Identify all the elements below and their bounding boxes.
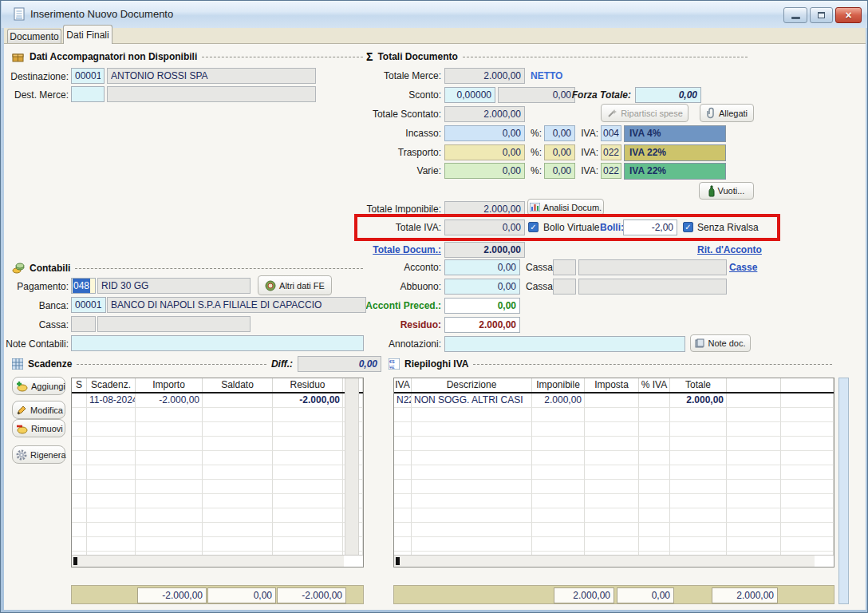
trasporto-iva-badge: IVA 22% (624, 144, 726, 161)
varie-iva-code-field[interactable] (601, 163, 621, 179)
empty-cell (72, 437, 87, 451)
pagamento-code-field[interactable]: 048 (71, 278, 96, 294)
bollo-virtuale-checkbox[interactable]: ✓ (528, 222, 539, 232)
tab-documento[interactable]: Documento (7, 29, 61, 44)
ripartisci-spese-button[interactable]: Ripartisci spese (601, 104, 688, 122)
riepiloghi-vertical-scrollbar[interactable] (838, 378, 849, 604)
trasporto-field[interactable] (444, 144, 525, 160)
dest-merce-code-field[interactable] (71, 86, 105, 102)
incasso-pct-field[interactable] (544, 125, 575, 141)
table-row[interactable]: NON SOGG. ALTRI CASI (412, 394, 532, 408)
empty-cell (273, 408, 343, 422)
cassa-desc-field[interactable] (97, 316, 251, 332)
banca-code-field[interactable] (71, 297, 106, 313)
table-row[interactable]: N22 (394, 394, 412, 408)
empty-cell (273, 494, 343, 508)
totale-docum-field[interactable] (444, 242, 525, 258)
cassa-code-field[interactable] (71, 316, 96, 332)
document-icon (13, 7, 26, 22)
abbuono-field[interactable] (444, 279, 520, 295)
allegati-button[interactable]: Allegati (700, 104, 754, 122)
banca-desc-field[interactable] (107, 297, 366, 313)
varie-pct-field[interactable] (544, 163, 575, 179)
table-row[interactable] (585, 394, 639, 408)
table-row[interactable]: -2.000,00 (136, 394, 203, 408)
close-icon: × (845, 8, 851, 22)
casse-link[interactable]: Casse (729, 261, 757, 274)
note-contabili-field[interactable] (71, 335, 364, 351)
empty-cell (136, 465, 203, 480)
incasso-iva-code-field[interactable] (601, 125, 621, 141)
vuoti-button[interactable]: Vuoti... (699, 182, 754, 200)
destinazione-code-field[interactable] (71, 68, 105, 84)
rimuovi-button[interactable]: Rimuovi (12, 419, 65, 437)
scadenze-vertical-scrollbar[interactable] (345, 378, 359, 555)
senza-rivalsa-checkbox[interactable]: ✓ (683, 222, 693, 232)
note-doc-button[interactable]: Note doc. (690, 334, 751, 352)
empty-cell (273, 508, 343, 523)
forza-totale-label: Forza Totale: (559, 87, 631, 103)
totale-iva-field[interactable] (444, 219, 525, 235)
rit-acconto-link[interactable]: Rit. d'Acconto (697, 243, 762, 256)
table-row[interactable]: 2.000,00 (532, 394, 585, 408)
empty-cell (727, 437, 781, 451)
riepiloghi-horizontal-scrollbar[interactable] (394, 555, 834, 567)
bolli-field[interactable] (623, 219, 677, 235)
altri-dati-fe-button[interactable]: Altri dati FE (258, 275, 332, 295)
empty-cell (412, 480, 532, 494)
trasporto-iva-code-field[interactable] (601, 144, 621, 160)
aggiungi-button[interactable]: Aggiungi (12, 377, 65, 395)
totale-imponibile-field[interactable] (444, 201, 525, 217)
scrollbar-thumb[interactable] (396, 557, 400, 565)
empty-cell (203, 537, 273, 552)
table-row[interactable] (727, 394, 781, 408)
varie-iva-badge: IVA 22% (624, 163, 726, 180)
dest-merce-name-field[interactable] (107, 86, 316, 102)
sconto-pct-field[interactable] (444, 87, 495, 103)
incasso-field[interactable] (444, 125, 525, 141)
incasso-iva-badge: IVA 4% (624, 125, 726, 142)
acconti-preced-field[interactable] (444, 298, 520, 314)
table-row[interactable] (781, 394, 834, 408)
varie-field[interactable] (444, 163, 525, 179)
destinazione-name-field[interactable] (107, 68, 316, 84)
scrollbar-thumb[interactable] (73, 557, 77, 565)
analisi-docum-button[interactable]: Analisi Docum. (527, 199, 604, 216)
table-row[interactable] (203, 394, 273, 408)
empty-cell (203, 523, 273, 537)
annotazioni-field[interactable] (444, 336, 685, 352)
empty-cell (72, 523, 87, 537)
table-row[interactable]: 2.000,00 (670, 394, 727, 408)
close-button[interactable]: × (835, 7, 862, 23)
forza-totale-field[interactable] (635, 87, 701, 103)
netto-label: NETTO (531, 68, 562, 84)
abbuono-cassa-code-field[interactable] (553, 279, 576, 295)
totale-scontato-field[interactable] (444, 106, 525, 122)
scadenze-horizontal-scrollbar[interactable] (72, 555, 363, 567)
pagamento-desc-field[interactable] (97, 278, 251, 294)
abbuono-cassa-desc-field[interactable] (578, 279, 727, 295)
minimize-button[interactable] (783, 7, 807, 23)
empty-cell (273, 523, 343, 537)
modifica-button[interactable]: Modifica (12, 401, 65, 419)
divider (473, 364, 832, 365)
trasporto-pct-field[interactable] (544, 144, 575, 160)
title-bar[interactable]: Inserimento Nuovo Documento × (2, 1, 868, 28)
empty-cell (87, 480, 136, 494)
table-row[interactable]: -2.000,00 (273, 394, 343, 408)
residuo-field[interactable] (444, 317, 520, 333)
empty-cell (532, 494, 585, 508)
acconto-field[interactable] (444, 259, 520, 275)
rigenera-button[interactable]: Rigenera (12, 445, 65, 464)
sigma-icon: Σ (366, 50, 373, 63)
totale-merce-field[interactable] (444, 68, 525, 84)
table-row[interactable] (639, 394, 670, 408)
acconto-cassa-code-field[interactable] (553, 259, 576, 275)
empty-cell (639, 422, 670, 437)
totale-docum-link[interactable]: Totale Docum.: (349, 243, 441, 256)
table-row[interactable] (72, 394, 87, 408)
tab-dati-finali[interactable]: Dati Finali (63, 25, 112, 44)
maximize-button[interactable] (810, 7, 833, 23)
table-row[interactable]: 11-08-2024 (87, 394, 136, 408)
acconto-cassa-desc-field[interactable] (578, 259, 727, 275)
